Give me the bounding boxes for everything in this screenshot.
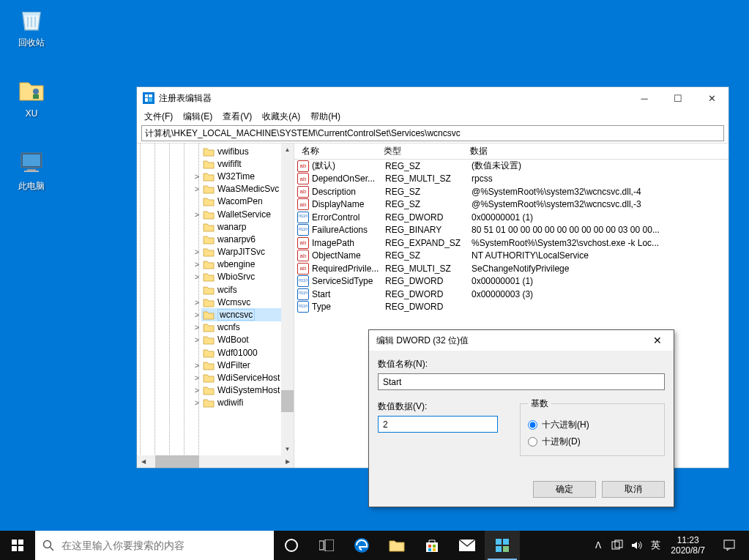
list-row[interactable]: abDependOnSer...REG_MULTI_SZrpcss — [294, 173, 728, 186]
tray-ime[interactable]: 英 — [647, 539, 663, 552]
tree-item-wdisystemhost[interactable]: >WdiSystemHost — [137, 384, 294, 397]
list-row[interactable]: ⁰¹¹⁰FailureActionsREG_BINARY80 51 01 00 … — [294, 224, 728, 237]
tree-item-wbiosrvc[interactable]: >WbioSrvc — [137, 271, 294, 283]
tree-item-vwififlt[interactable]: vwififlt — [137, 157, 294, 170]
minimize-button[interactable]: ─ — [627, 87, 661, 109]
tree-item-wbengine[interactable]: >wbengine — [137, 258, 294, 271]
list-row[interactable]: ⁰¹¹⁰TypeREG_DWORD — [294, 301, 728, 314]
list-row[interactable]: ⁰¹¹⁰ServiceSidTypeREG_DWORD0x00000001 (1… — [294, 275, 728, 288]
tray-chevron-up-icon[interactable]: ᐱ — [590, 540, 606, 550]
expand-icon[interactable]: > — [193, 335, 201, 344]
tree-item-waasmedicsvc[interactable]: >WaaSMedicSvc — [137, 183, 294, 195]
list-row[interactable]: abRequiredPrivile...REG_MULTI_SZSeChange… — [294, 262, 728, 275]
taskbar-regedit[interactable] — [485, 531, 520, 560]
tree-item-wdfilter[interactable]: >WdFilter — [137, 359, 294, 371]
close-button[interactable]: ✕ — [695, 87, 728, 109]
scroll-thumb[interactable] — [281, 390, 294, 412]
scroll-left-icon[interactable]: ◀ — [137, 455, 149, 468]
taskbar-edge[interactable] — [344, 531, 379, 560]
tree-item-wcnfs[interactable]: >wcnfs — [137, 321, 294, 334]
address-bar[interactable]: 计算机\HKEY_LOCAL_MACHINE\SYSTEM\CurrentCon… — [141, 125, 724, 141]
menu-view[interactable]: 查看(V) — [223, 111, 252, 123]
tray-people-icon[interactable] — [609, 540, 625, 551]
taskbar-taskview[interactable] — [309, 531, 344, 560]
tree-item-walletservice[interactable]: >WalletService — [137, 208, 294, 220]
tree-item-wacompen[interactable]: WacomPen — [137, 195, 294, 208]
value-name-input[interactable] — [378, 373, 665, 390]
scroll-down-icon[interactable]: ▼ — [281, 443, 294, 455]
list-row[interactable]: abObjectNameREG_SZNT AUTHORITY\LocalServ… — [294, 250, 728, 263]
expand-icon[interactable]: > — [193, 323, 201, 332]
column-data[interactable]: 数据 — [470, 145, 728, 157]
taskbar-explorer[interactable] — [379, 531, 414, 560]
taskbar-store[interactable] — [414, 531, 450, 560]
tree-item-wcncsvc[interactable]: >wcncsvc — [137, 308, 294, 321]
list-row[interactable]: ⁰¹¹⁰ErrorControlREG_DWORD0x00000001 (1) — [294, 211, 728, 224]
expand-icon[interactable]: > — [193, 361, 201, 370]
folder-icon — [203, 322, 215, 332]
expand-icon[interactable]: > — [193, 386, 201, 395]
titlebar[interactable]: 注册表编辑器 ─ ☐ ✕ — [137, 87, 728, 109]
tree-item-w32time[interactable]: >W32Time — [137, 170, 294, 182]
tray-clock[interactable]: 11:23 2020/8/7 — [666, 535, 709, 556]
tree-item-warpjitsvc[interactable]: >WarpJITSvc — [137, 246, 294, 258]
tree-item-vwifibus[interactable]: vwifibus — [137, 145, 294, 157]
regedit-task-icon — [494, 537, 510, 553]
list-row[interactable]: abImagePathREG_EXPAND_SZ%SystemRoot%\Sys… — [294, 236, 728, 250]
taskbar-cortana[interactable] — [274, 531, 309, 560]
tree-vscroll[interactable]: ▲ ▼ — [281, 143, 294, 455]
menu-edit[interactable]: 编辑(E) — [183, 111, 212, 123]
menu-file[interactable]: 文件(F) — [144, 111, 173, 123]
menu-favorites[interactable]: 收藏夹(A) — [262, 111, 300, 123]
maximize-button[interactable]: ☐ — [661, 87, 695, 109]
tree-label: WdiServiceHost — [217, 373, 280, 383]
list-row[interactable]: abDescriptionREG_SZ@%SystemRoot%\system3… — [294, 185, 728, 198]
list-row[interactable]: abDisplayNameREG_SZ@%SystemRoot%\system3… — [294, 198, 728, 212]
expand-icon[interactable]: > — [193, 184, 201, 193]
search-input[interactable] — [62, 540, 267, 551]
dialog-titlebar[interactable]: 编辑 DWORD (32 位)值 ✕ — [369, 330, 674, 351]
scroll-up-icon[interactable]: ▲ — [281, 143, 294, 156]
expand-icon[interactable]: > — [193, 260, 201, 269]
tree-item-wcifs[interactable]: wcifs — [137, 283, 294, 296]
tray-volume-icon[interactable] — [628, 540, 644, 551]
taskbar-mail[interactable] — [450, 531, 485, 560]
tree-item-wdiservicehost[interactable]: >WdiServiceHost — [137, 371, 294, 384]
value-data-input[interactable] — [378, 416, 498, 433]
list-row[interactable]: ab(默认)REG_SZ(数值未设置) — [294, 160, 728, 173]
expand-icon[interactable]: > — [193, 172, 201, 181]
desktop-icon-recycle-bin[interactable]: 回收站 — [4, 3, 59, 49]
start-button[interactable] — [0, 531, 35, 560]
column-type[interactable]: 类型 — [384, 145, 470, 157]
taskbar-search[interactable] — [35, 531, 274, 560]
tree-item-wdiwifi[interactable]: >wdiwifi — [137, 397, 294, 409]
expand-icon[interactable]: > — [193, 210, 201, 219]
expand-icon[interactable]: > — [193, 298, 201, 307]
tree-item-wanarp[interactable]: wanarp — [137, 220, 294, 233]
dialog-close-button[interactable]: ✕ — [646, 335, 669, 346]
tray-notifications-icon[interactable] — [712, 539, 746, 552]
radio-hex[interactable] — [528, 420, 537, 430]
desktop-label: XU — [4, 108, 59, 119]
hscroll-thumb[interactable] — [155, 455, 199, 468]
desktop-icon-this-pc[interactable]: 此电脑 — [4, 146, 59, 193]
expand-icon[interactable]: > — [193, 373, 201, 382]
expand-icon[interactable]: > — [193, 272, 201, 281]
ok-button[interactable]: 确定 — [533, 481, 596, 498]
scroll-right-icon[interactable]: ▶ — [281, 455, 294, 468]
tree-item-wanarpv6[interactable]: wanarpv6 — [137, 233, 294, 245]
list-row[interactable]: ⁰¹¹⁰StartREG_DWORD0x00000003 (3) — [294, 288, 728, 301]
radio-dec[interactable] — [528, 437, 537, 447]
tree-item-wdf01000[interactable]: Wdf01000 — [137, 346, 294, 359]
expand-icon[interactable]: > — [193, 247, 201, 256]
desktop-icon-folder-xu[interactable]: XU — [4, 75, 59, 119]
tree-item-wdboot[interactable]: >WdBoot — [137, 334, 294, 346]
cancel-button[interactable]: 取消 — [602, 481, 665, 498]
column-name[interactable]: 名称 — [297, 145, 384, 157]
tree-hscroll[interactable]: ◀ ▶ — [137, 455, 294, 468]
expand-icon[interactable]: > — [193, 310, 201, 319]
taskbar: ᐱ 英 11:23 2020/8/7 — [0, 531, 749, 560]
menu-help[interactable]: 帮助(H) — [310, 111, 340, 123]
tree-item-wcmsvc[interactable]: >Wcmsvc — [137, 296, 294, 308]
expand-icon[interactable]: > — [193, 398, 201, 407]
